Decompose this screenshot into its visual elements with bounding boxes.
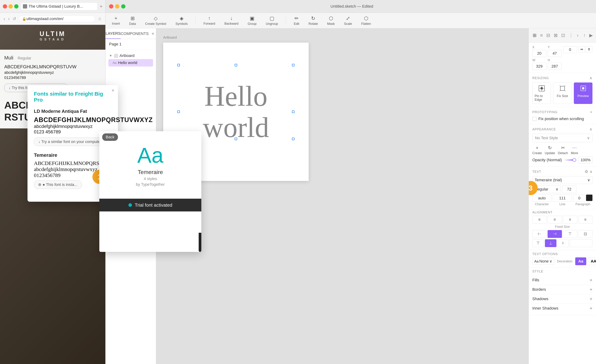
fix-size-option[interactable]: Fix Size <box>553 82 572 104</box>
resizing-toggle[interactable]: ∧ <box>589 76 592 80</box>
toolbar-backward[interactable]: ↓ Backward <box>222 14 241 27</box>
y-value[interactable]: 47 <box>548 50 562 57</box>
toolbar-group[interactable]: ▣ Group <box>245 14 259 27</box>
detach-style-btn[interactable]: ✂ Detach <box>558 145 568 155</box>
inspector-upload-icon[interactable]: ↑ <box>582 32 587 39</box>
valign-top-btn[interactable]: ⊤ <box>532 239 544 247</box>
valign-center-btn[interactable]: ⊥ <box>545 239 556 247</box>
valign-bottom-btn[interactable]: ⊦ <box>558 239 569 247</box>
h-value[interactable]: 287 <box>548 63 562 70</box>
sketch-minimize-btn[interactable] <box>115 4 119 8</box>
inspector-anchor-icon[interactable]: ⊡ <box>560 32 566 39</box>
toolbar-mask[interactable]: ⬡ Mask <box>324 14 338 27</box>
toolbar-edit[interactable]: ✏ Edit <box>291 14 302 27</box>
trial-banner: Trial font activated <box>99 199 201 211</box>
back-button[interactable]: Back <box>102 134 118 141</box>
align-right-btn[interactable]: ≡ <box>563 216 577 223</box>
align-stretch-btn[interactable]: ⊡ <box>578 230 592 238</box>
bookmark-icon[interactable]: ☆ <box>98 16 102 21</box>
tab-layers[interactable]: LAYERS <box>105 28 121 39</box>
w-value[interactable]: 329 <box>532 63 546 70</box>
inspector-distribute-icon[interactable]: ⋮ <box>568 32 574 39</box>
fullscreen-button[interactable] <box>14 4 18 8</box>
fills-add-button[interactable]: + <box>590 277 592 283</box>
align-right2-btn[interactable]: ⊤ <box>563 230 577 238</box>
appearance-toggle[interactable]: ∧ <box>589 127 592 132</box>
inspector-pin-icon[interactable]: ⊠ <box>553 32 559 39</box>
canvas-area[interactable]: Artboard Hello world <box>156 28 529 364</box>
modal-close-button[interactable]: × <box>112 88 114 93</box>
inspector-play-icon[interactable]: ▶ <box>588 32 594 39</box>
valign-extra-btn[interactable] <box>570 239 592 247</box>
r-value[interactable]: 0 <box>563 46 577 53</box>
paragraph-value[interactable]: 0 <box>573 195 585 202</box>
flatten-label: Flatten <box>361 22 371 26</box>
inspector-list-icon[interactable]: ≡ <box>539 32 544 39</box>
flip-v-button[interactable]: ⇕ <box>586 46 592 52</box>
installed-font-button[interactable]: ● This font is insta... <box>34 180 82 189</box>
text-gear-icon[interactable]: ⚙ <box>585 169 588 174</box>
prototyping-toggle[interactable]: + <box>590 110 592 114</box>
text-style-dropdown[interactable]: No Text Style ∨ <box>532 134 592 142</box>
x-value[interactable]: 20 <box>532 50 546 57</box>
toolbar-scale[interactable]: ⤢ Scale <box>341 14 355 27</box>
helloworld-layer-item[interactable]: Aa Hello world <box>108 59 153 67</box>
align-left-btn[interactable]: ≡ <box>532 216 546 223</box>
inspector-align-icon[interactable]: ⊞ <box>532 32 538 39</box>
preview-option[interactable]: Preview <box>574 82 592 104</box>
close-button[interactable] <box>3 4 7 8</box>
add-layer-button[interactable]: + <box>149 31 157 37</box>
create-style-btn[interactable]: + Create <box>532 145 542 155</box>
toolbar-symbols[interactable]: ◈ Symbols <box>173 14 191 27</box>
toolbar-flatten[interactable]: ⬡ Flatten <box>358 14 374 27</box>
toolbar-ungroup[interactable]: ▢ Ungroup <box>263 14 281 27</box>
buy-font-bar[interactable]: Buy this font Starting from 0€ → 2 <box>199 233 201 252</box>
character-value[interactable]: auto <box>532 195 551 202</box>
opacity-slider[interactable] <box>564 159 576 161</box>
minimize-button[interactable] <box>8 4 13 8</box>
opacity-input[interactable]: 100% <box>578 156 592 163</box>
align-center2-btn[interactable]: ⊣ <box>548 230 562 238</box>
align-center-btn[interactable]: ≡ <box>548 216 562 223</box>
browser-tab[interactable]: The Ultima Gstaad | Luxury B... <box>21 2 97 10</box>
divider <box>195 16 196 25</box>
toolbar-data[interactable]: ⊞ Data <box>126 14 139 27</box>
tab-components[interactable]: COMPONENTS <box>121 28 149 39</box>
hotel-logo: ULTIM GSTAAD <box>40 30 66 41</box>
forward-nav-button[interactable]: › <box>8 16 10 22</box>
toolbar-create-symbol[interactable]: ◇ Create Symbol <box>142 14 169 27</box>
inspector-more-icon[interactable]: › <box>576 32 580 39</box>
pin-to-edge-option[interactable]: Pin to Edge <box>532 82 551 104</box>
toolbar-forward[interactable]: ↑ Forward <box>201 14 218 27</box>
update-style-btn[interactable]: ↻ Update <box>545 145 555 155</box>
address-field[interactable]: 🔒 ultimagstaad.com/en/ <box>19 15 95 22</box>
transform-aa-btn[interactable]: Aa <box>575 257 586 265</box>
font-size-input[interactable]: 72 <box>562 185 576 193</box>
decoration-selector[interactable]: Aa None ∨ <box>532 258 554 265</box>
try-similar-button[interactable]: ↓ Try a similar font on your computer <box>34 137 106 146</box>
fix-position-checkbox[interactable] <box>532 117 536 121</box>
borders-add-button[interactable]: + <box>590 287 592 292</box>
reload-button[interactable]: ↺ <box>13 16 16 21</box>
back-nav-button[interactable]: ‹ <box>4 16 5 22</box>
shadows-add-button[interactable]: + <box>590 296 592 302</box>
inspector-grid-icon[interactable]: ⊟ <box>545 32 551 39</box>
flip-h-button[interactable]: ⇔ <box>578 46 585 52</box>
toolbar-insert[interactable]: + Insert <box>109 14 123 27</box>
helloworld-layer-name: Hello world <box>118 60 137 65</box>
sketch-fullscreen-btn[interactable] <box>121 4 125 8</box>
inspector-lightning-icon[interactable]: ⚡ <box>595 32 596 39</box>
inner-shadows-add-button[interactable]: + <box>590 305 592 311</box>
toolbar-rotate[interactable]: ↻ Rotate <box>306 14 321 27</box>
new-tab-button[interactable]: + <box>100 4 103 9</box>
font-name-selector[interactable]: Temeraire (trial) ∨ <box>532 176 592 184</box>
text-more-icon[interactable]: ∨ <box>590 169 592 174</box>
align-left2-btn[interactable]: ⊢ <box>532 230 546 238</box>
text-color-swatch[interactable] <box>586 195 592 201</box>
line-value[interactable]: 111 <box>553 195 572 202</box>
align-justify-btn[interactable]: ≡ <box>578 216 592 223</box>
artboard-layer-header[interactable]: ▼ ⬜ Artboard <box>108 52 153 59</box>
more-style-btn[interactable]: ⋯ More <box>571 145 578 155</box>
transform-AA-btn[interactable]: AA <box>588 257 596 265</box>
sketch-close-btn[interactable] <box>109 4 113 8</box>
